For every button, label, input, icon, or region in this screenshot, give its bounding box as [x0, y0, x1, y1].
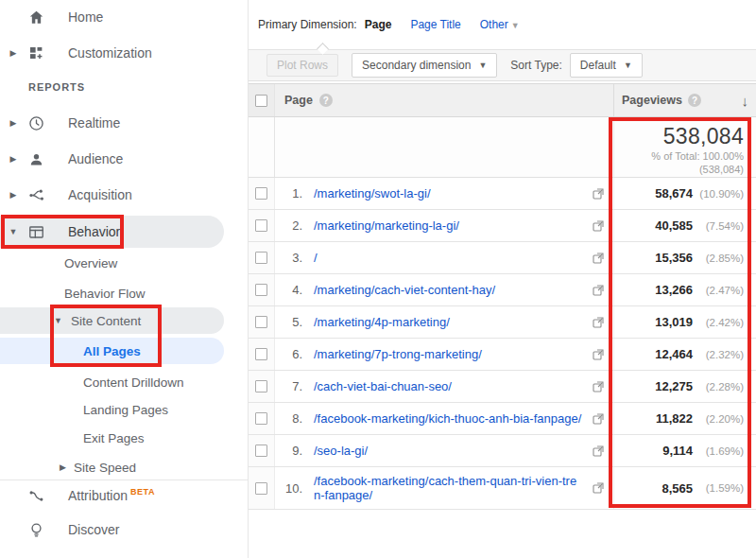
sidebar-item-overview[interactable]: Overview [0, 250, 224, 276]
page-link[interactable]: / [314, 251, 318, 265]
sort-type-label: Sort Type: [510, 59, 561, 72]
row-index: 9. [275, 435, 311, 466]
row-checkbox[interactable] [255, 482, 267, 495]
pageviews-value: 40,585 [655, 218, 693, 233]
sidebar-item-realtime[interactable]: ▶ Realtime [0, 110, 224, 136]
row-index: 5. [275, 306, 311, 338]
open-in-new-icon[interactable] [583, 274, 613, 305]
row-checkbox[interactable] [255, 380, 267, 392]
row-checkbox[interactable] [255, 445, 267, 457]
page-link[interactable]: /cach-viet-bai-chuan-seo/ [314, 379, 452, 393]
pageviews-percent: (1.59%) [698, 482, 744, 494]
open-in-new-icon[interactable] [583, 178, 613, 209]
row-checkbox[interactable] [255, 219, 267, 232]
sidebar-item-label: Site Content [71, 314, 141, 328]
plot-rows-button[interactable]: Plot Rows [266, 54, 338, 77]
page-link[interactable]: /marketing/7p-trong-marketing/ [314, 347, 482, 361]
open-in-new-icon[interactable] [583, 306, 613, 338]
sidebar-divider [0, 480, 248, 480]
row-index: 3. [275, 242, 311, 273]
total-pageviews: 538,084 [614, 124, 744, 149]
page-link[interactable]: /marketing/cach-viet-content-hay/ [314, 283, 495, 297]
chevron-right-icon: ▶ [8, 48, 19, 58]
page-link[interactable]: /facebook-marketing/kich-thuoc-anh-bia-f… [314, 411, 581, 426]
chevron-down-icon: ▼ [478, 61, 487, 70]
secondary-dimension-button[interactable]: Secondary dimension▼ [352, 53, 497, 78]
report-main: Primary Dimension: Page Page Title Other… [249, 0, 756, 558]
open-in-new-icon[interactable] [583, 210, 613, 241]
lightbulb-icon [26, 520, 45, 539]
sidebar-item-customization[interactable]: ▶ Customization [0, 40, 224, 66]
pageviews-percent: (2.42%) [698, 317, 744, 328]
sidebar-item-label: All Pages [83, 344, 141, 358]
sidebar-item-site-speed[interactable]: ▶ Site Speed [0, 454, 224, 480]
open-in-new-icon[interactable] [583, 403, 613, 434]
sidebar-item-exit-pages[interactable]: Exit Pages [0, 425, 224, 451]
sidebar-item-behavior[interactable]: ▼ Behavior [0, 216, 224, 248]
sidebar-item-home[interactable]: Home [0, 4, 224, 30]
row-index: 4. [275, 274, 311, 305]
row-index: 10. [275, 467, 311, 509]
pageviews-percent: (1.69%) [698, 445, 744, 457]
chevron-right-icon: ▶ [8, 154, 19, 164]
row-index: 1. [275, 178, 311, 209]
row-checkbox[interactable] [255, 348, 267, 360]
sidebar-item-all-pages[interactable]: All Pages [0, 338, 224, 364]
pageviews-percent: (10.90%) [698, 188, 744, 200]
sidebar-item-label: Overview [64, 256, 117, 270]
sort-type-select[interactable]: Default▼ [570, 53, 643, 78]
sidebar-item-site-content[interactable]: ▼ Site Content [0, 307, 224, 334]
sidebar-item-label: AttributionBETA [68, 488, 155, 503]
primary-dimension-label: Primary Dimension: [258, 18, 357, 31]
page-link[interactable]: /marketing/swot-la-gi/ [314, 186, 431, 201]
customization-icon [26, 44, 45, 62]
help-icon[interactable]: ? [688, 94, 701, 107]
row-index: 8. [275, 403, 311, 434]
chevron-down-icon: ▼ [8, 227, 19, 236]
sidebar-item-behavior-flow[interactable]: Behavior Flow [0, 280, 224, 306]
table-row: 6. /marketing/7p-trong-marketing/ 12,464… [249, 339, 756, 371]
page-link[interactable]: /marketing/marketing-la-gi/ [314, 218, 459, 233]
sidebar-item-acquisition[interactable]: ▶ Acquisition [0, 182, 224, 208]
sidebar-item-audience[interactable]: ▶ Audience [0, 146, 224, 172]
open-in-new-icon[interactable] [583, 467, 613, 509]
chevron-right-icon: ▶ [60, 462, 66, 472]
sort-descending-icon[interactable]: ↓ [742, 93, 749, 109]
analytics-screen: Home ▶ Customization REPORTS ▶ Realtime … [0, 0, 756, 558]
sidebar-item-label: Behavior Flow [64, 287, 146, 301]
sidebar-item-landing-pages[interactable]: Landing Pages [0, 396, 224, 423]
open-in-new-icon[interactable] [583, 371, 613, 402]
page-link[interactable]: /marketing/4p-marketing/ [314, 315, 450, 329]
sidebar-item-content-drilldown[interactable]: Content Drilldown [0, 369, 224, 395]
pageviews-percent: (2.47%) [698, 285, 744, 296]
tab-other[interactable]: Other▼ [480, 18, 520, 31]
sidebar-item-attribution[interactable]: AttributionBETA [0, 482, 224, 509]
pageviews-value: 13,019 [655, 315, 693, 329]
row-checkbox[interactable] [255, 316, 267, 328]
help-icon[interactable]: ? [319, 94, 333, 107]
page-link[interactable]: /facebook-marketing/cach-them-quan-tri-v… [314, 474, 583, 502]
table-row: 3. / 15,356(2.85%) [249, 242, 756, 274]
row-checkbox[interactable] [255, 412, 267, 425]
table-row: 1. /marketing/swot-la-gi/ 58,674(10.90%) [249, 178, 756, 210]
select-all-checkbox[interactable] [255, 95, 267, 107]
open-in-new-icon[interactable] [583, 242, 613, 273]
table-row: 2. /marketing/marketing-la-gi/ 40,585(7.… [249, 210, 756, 242]
tab-page[interactable]: Page [365, 18, 392, 31]
row-checkbox[interactable] [255, 284, 267, 296]
home-icon [26, 8, 45, 26]
pageviews-value: 11,822 [656, 411, 693, 426]
sidebar-item-discover[interactable]: Discover [0, 516, 224, 543]
attribution-icon [26, 486, 45, 505]
row-checkbox[interactable] [255, 252, 267, 264]
page-link[interactable]: /seo-la-gi/ [314, 444, 368, 458]
chevron-down-icon: ▼ [511, 21, 520, 30]
open-in-new-icon[interactable] [583, 435, 613, 466]
page-column-header[interactable]: Page [284, 94, 313, 107]
row-checkbox[interactable] [255, 187, 267, 200]
chevron-right-icon: ▶ [8, 118, 19, 128]
pageviews-column-header[interactable]: Pageviews [622, 94, 682, 107]
tab-page-title[interactable]: Page Title [410, 18, 460, 31]
person-icon [26, 149, 45, 168]
open-in-new-icon[interactable] [583, 339, 613, 370]
